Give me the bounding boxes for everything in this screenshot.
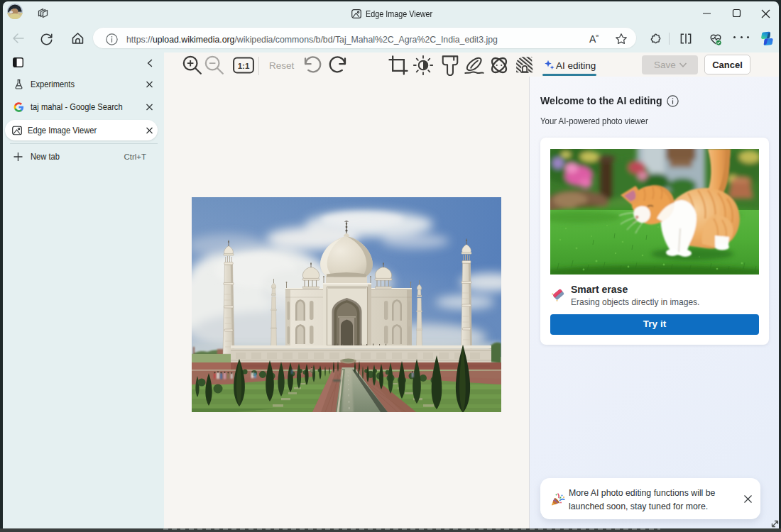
svg-text:1:1: 1:1 (238, 62, 250, 70)
